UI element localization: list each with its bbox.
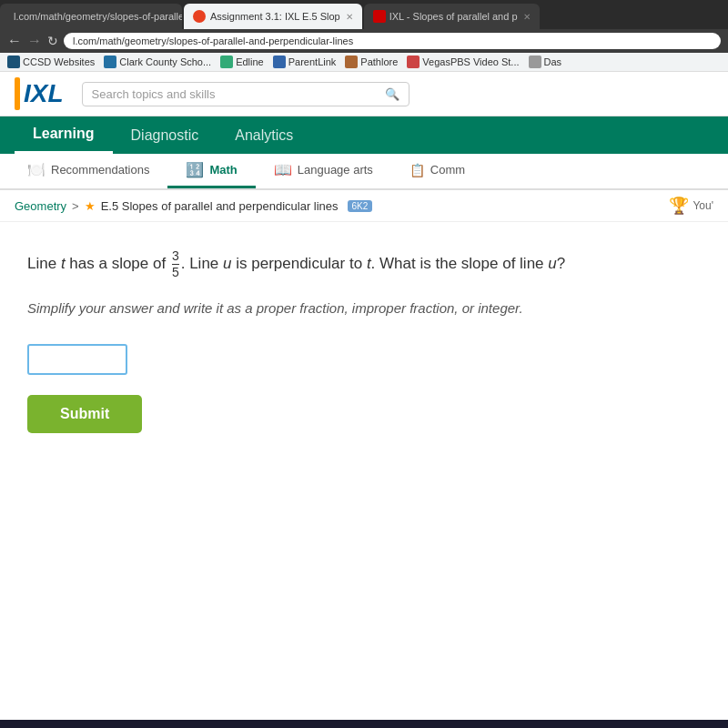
ixl-page: IXL Search topics and skills 🔍 Learning … bbox=[0, 72, 728, 720]
instruction-text: Simplify your answer and write it as a p… bbox=[27, 298, 701, 319]
bookmark-das[interactable]: Das bbox=[529, 56, 562, 68]
text-question: . What is the slope of line bbox=[371, 255, 549, 272]
subnav-recommendations[interactable]: 🍽️ Recommendations bbox=[9, 154, 167, 188]
pathlore-icon bbox=[345, 56, 358, 68]
submit-button[interactable]: Submit bbox=[27, 395, 142, 433]
subnav-lang-label: Language arts bbox=[298, 163, 373, 177]
address-bar-row: ← → ↻ l.com/math/geometry/slopes-of-para… bbox=[0, 29, 728, 53]
edline-icon bbox=[220, 56, 233, 68]
comm-icon: 📋 bbox=[410, 163, 425, 177]
star-icon: ★ bbox=[85, 199, 96, 213]
vegas-icon bbox=[407, 56, 420, 68]
you-label: You' bbox=[693, 199, 713, 212]
bookmark-ccsd-label: CCSD Websites bbox=[23, 56, 95, 67]
address-text: l.com/math/geometry/slopes-of-parallel-a… bbox=[73, 35, 353, 46]
bookmark-vegas-label: VegasPBS Video St... bbox=[422, 56, 519, 67]
tab-1[interactable]: l.com/math/geometry/slopes-of-parallel-a… bbox=[0, 4, 182, 29]
clark-icon bbox=[104, 56, 116, 68]
bookmark-pathlore[interactable]: Pathlore bbox=[345, 56, 398, 68]
tab-bar: l.com/math/geometry/slopes-of-parallel-a… bbox=[0, 0, 728, 29]
text-perp: is perpendicular to bbox=[232, 255, 367, 272]
breadcrumb-topic: E.5 Slopes of parallel and perpendicular… bbox=[101, 199, 339, 213]
bookmark-edline[interactable]: Edline bbox=[220, 56, 264, 68]
tab-3-favicon bbox=[373, 10, 386, 23]
ixl-logo-bar bbox=[15, 77, 20, 110]
slope-fraction: 3 5 bbox=[172, 249, 179, 280]
bookmark-parentlink[interactable]: ParentLink bbox=[273, 56, 337, 68]
ixl-logo-text: IXL bbox=[24, 79, 64, 108]
tab-1-label: l.com/math/geometry/slopes-of-parallel-a… bbox=[14, 11, 182, 22]
ixl-search-box[interactable]: Search topics and skills 🔍 bbox=[82, 82, 410, 106]
nav-back[interactable]: ← bbox=[7, 33, 22, 49]
bookmark-parentlink-label: ParentLink bbox=[288, 56, 337, 67]
nav-forward[interactable]: → bbox=[27, 33, 42, 49]
fraction-numerator: 3 bbox=[172, 249, 179, 265]
subnav-recommendations-label: Recommendations bbox=[51, 163, 149, 177]
tab-2[interactable]: Assignment 3.1: IXL E.5 Slop ✕ bbox=[184, 4, 362, 29]
browser-chrome: l.com/math/geometry/slopes-of-parallel-a… bbox=[0, 0, 728, 72]
ccsd-icon bbox=[7, 56, 20, 68]
subnav-comm[interactable]: 📋 Comm bbox=[391, 154, 483, 188]
bookmark-das-label: Das bbox=[544, 56, 562, 67]
trophy-icon: 🏆 bbox=[669, 196, 689, 216]
ixl-search-label: Search topics and skills bbox=[92, 87, 216, 101]
ixl-header: IXL Search topics and skills 🔍 bbox=[0, 72, 728, 116]
subnav-language-arts[interactable]: 📖 Language arts bbox=[256, 154, 391, 188]
parentlink-icon bbox=[273, 56, 286, 68]
tab-2-favicon bbox=[193, 10, 206, 23]
bookmark-clark[interactable]: Clark County Scho... bbox=[104, 56, 211, 68]
nav-diagnostic[interactable]: Diagnostic bbox=[113, 118, 217, 153]
fraction-denominator: 5 bbox=[172, 265, 179, 279]
nav-refresh[interactable]: ↻ bbox=[47, 34, 58, 48]
bookmark-pathlore-label: Pathlore bbox=[360, 56, 398, 67]
bookmark-edline-label: Edline bbox=[236, 56, 264, 67]
bookmark-vegas[interactable]: VegasPBS Video St... bbox=[407, 56, 519, 68]
text-u-intro: . Line bbox=[181, 255, 223, 272]
text-end: ? bbox=[557, 255, 565, 272]
bookmark-clark-label: Clark County Scho... bbox=[119, 56, 211, 67]
text-after-t: has a slope of bbox=[66, 255, 167, 272]
das-icon bbox=[529, 56, 541, 68]
tab-3[interactable]: IXL - Slopes of parallel and p ✕ bbox=[364, 4, 540, 29]
bookmarks-bar: CCSD Websites Clark County Scho... Edlin… bbox=[0, 53, 728, 72]
breadcrumb-subject[interactable]: Geometry bbox=[15, 199, 66, 213]
ixl-subnav: 🍽️ Recommendations 🔢 Math 📖 Language art… bbox=[0, 154, 728, 190]
problem-text: Line t has a slope of 3 5 . Line u is pe… bbox=[27, 249, 701, 280]
tab-2-close[interactable]: ✕ bbox=[346, 12, 353, 22]
trophy-area: 🏆 You' bbox=[669, 196, 713, 216]
breadcrumb-separator: > bbox=[72, 199, 79, 213]
nav-analytics[interactable]: Analytics bbox=[217, 118, 311, 153]
ixl-nav: Learning Diagnostic Analytics bbox=[0, 116, 728, 154]
ixl-logo[interactable]: IXL bbox=[15, 77, 64, 110]
var-u2: u bbox=[548, 255, 556, 272]
breadcrumb: Geometry > ★ E.5 Slopes of parallel and … bbox=[0, 190, 728, 222]
nav-learning[interactable]: Learning bbox=[15, 116, 113, 154]
bookmark-ccsd[interactable]: CCSD Websites bbox=[7, 56, 95, 68]
address-bar[interactable]: l.com/math/geometry/slopes-of-parallel-a… bbox=[64, 33, 721, 49]
text-before: Line bbox=[27, 255, 61, 272]
subnav-math-label: Math bbox=[209, 163, 237, 177]
subnav-comm-label: Comm bbox=[430, 163, 465, 177]
lang-icon: 📖 bbox=[274, 161, 292, 178]
recommend-icon: 🍽️ bbox=[27, 161, 46, 178]
tab-3-close[interactable]: ✕ bbox=[523, 12, 531, 22]
problem-area: Line t has a slope of 3 5 . Line u is pe… bbox=[0, 222, 728, 451]
var-u: u bbox=[223, 255, 231, 272]
subnav-math[interactable]: 🔢 Math bbox=[167, 154, 255, 188]
tab-3-label: IXL - Slopes of parallel and p bbox=[389, 11, 518, 22]
math-icon: 🔢 bbox=[186, 161, 204, 178]
breadcrumb-badge: 6K2 bbox=[348, 200, 373, 212]
tab-2-label: Assignment 3.1: IXL E.5 Slop bbox=[210, 11, 340, 22]
search-icon: 🔍 bbox=[385, 87, 399, 101]
answer-input[interactable] bbox=[27, 344, 127, 375]
